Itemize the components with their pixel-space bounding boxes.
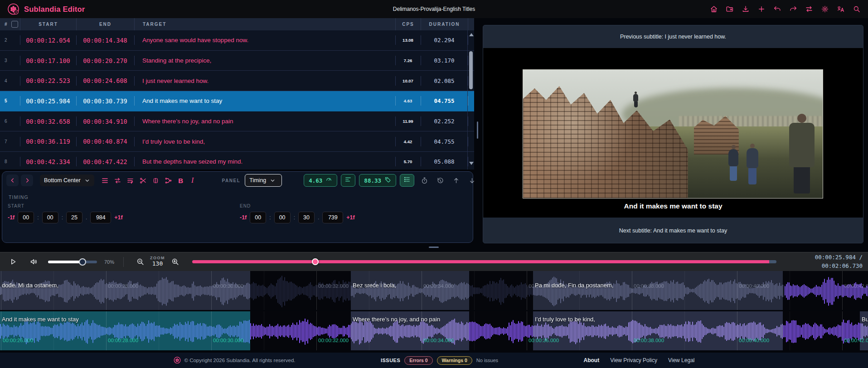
download-icon[interactable] bbox=[742, 5, 750, 13]
video-screen[interactable]: And it makes me want to stay bbox=[483, 48, 863, 218]
source-waveform-canvas[interactable] bbox=[0, 271, 868, 310]
start-time-cell[interactable]: 00:00:12.054 bbox=[20, 30, 76, 50]
volume-slider-knob[interactable] bbox=[79, 258, 86, 266]
cps-cell[interactable]: 10.07 bbox=[395, 71, 421, 91]
footer-link[interactable]: View Privacy Policy bbox=[610, 357, 657, 363]
start-time-cell[interactable]: 00:00:42.334 bbox=[20, 152, 76, 169]
row-index-cell[interactable]: 4 bbox=[0, 71, 20, 91]
search-icon[interactable] bbox=[853, 5, 861, 13]
unit-icon[interactable] bbox=[150, 174, 162, 186]
undo-icon[interactable] bbox=[773, 5, 781, 13]
align-text-button[interactable] bbox=[341, 174, 355, 187]
footer-link[interactable]: About bbox=[584, 357, 600, 363]
swap-icon[interactable] bbox=[112, 174, 124, 186]
table-scrollbar[interactable] bbox=[467, 30, 474, 169]
start-hours-input[interactable] bbox=[18, 212, 34, 223]
end-minus-frame-button[interactable]: -1f bbox=[240, 214, 247, 221]
row-index-cell[interactable]: 5 bbox=[0, 91, 20, 111]
arrow-up-icon[interactable] bbox=[450, 174, 462, 186]
end-column-header[interactable]: END bbox=[76, 18, 134, 30]
start-time-cell[interactable]: 00:00:32.658 bbox=[20, 111, 76, 131]
cps-column-header[interactable]: CPS bbox=[395, 18, 421, 30]
end-time-cell[interactable]: 00:00:14.348 bbox=[76, 30, 134, 50]
start-millis-input[interactable] bbox=[90, 212, 111, 223]
row-index-cell[interactable]: 7 bbox=[0, 131, 20, 151]
duration-cell[interactable]: 04.755 bbox=[421, 131, 468, 151]
target-text-cell[interactable]: Anyone sane would have stopped now. bbox=[134, 30, 395, 50]
seek-bar-knob[interactable] bbox=[312, 258, 319, 265]
home-icon[interactable] bbox=[710, 5, 718, 13]
volume-button[interactable] bbox=[26, 256, 41, 268]
split-icon[interactable] bbox=[162, 174, 175, 186]
row-index-cell[interactable]: 8 bbox=[0, 152, 20, 169]
subtitle-row[interactable]: 400:00:22.52300:00:24.608I just never le… bbox=[0, 71, 474, 91]
duration-cell[interactable]: 04.755 bbox=[421, 91, 468, 111]
italic-button[interactable]: I bbox=[187, 174, 199, 186]
duration-cell[interactable]: 02.252 bbox=[421, 111, 468, 131]
cps-cell[interactable]: 11.99 bbox=[395, 111, 421, 131]
subtitle-row[interactable]: 800:00:42.33400:00:47.422But the depths … bbox=[0, 152, 474, 169]
pane-resize-handle-horizontal[interactable] bbox=[429, 247, 439, 248]
end-time-cell[interactable]: 00:00:40.874 bbox=[76, 131, 134, 151]
target-text-cell[interactable]: I just never learned how. bbox=[134, 71, 395, 91]
volume-slider[interactable] bbox=[48, 261, 97, 263]
subtitle-row[interactable]: 500:00:25.98400:00:30.739And it makes me… bbox=[0, 91, 474, 111]
target-text-cell[interactable]: And it makes me want to stay bbox=[134, 91, 395, 111]
panel-select[interactable]: Timing bbox=[245, 174, 282, 187]
subtitle-row[interactable]: 700:00:36.11900:00:40.874I’d truly love … bbox=[0, 131, 474, 152]
bold-button[interactable]: B bbox=[175, 174, 187, 186]
history-icon[interactable] bbox=[434, 174, 446, 186]
scroll-down-arrow[interactable] bbox=[469, 162, 474, 165]
end-seconds-input[interactable] bbox=[298, 212, 315, 223]
cps-cell[interactable]: 5.70 bbox=[395, 152, 421, 169]
end-minutes-input[interactable] bbox=[274, 212, 291, 223]
scroll-up-arrow[interactable] bbox=[469, 33, 474, 36]
start-time-cell[interactable]: 00:00:36.119 bbox=[20, 131, 76, 151]
start-time-cell[interactable]: 00:00:17.100 bbox=[20, 51, 76, 71]
settings-icon[interactable] bbox=[821, 5, 829, 13]
play-button[interactable] bbox=[5, 256, 20, 268]
subtitle-row[interactable]: 600:00:32.65800:00:34.910Where there’s n… bbox=[0, 111, 474, 132]
start-time-cell[interactable]: 00:00:25.984 bbox=[20, 91, 76, 111]
transfer-icon[interactable] bbox=[805, 5, 813, 13]
seek-bar[interactable] bbox=[192, 260, 776, 263]
errors-badge[interactable]: Errors 0 bbox=[404, 356, 432, 365]
start-column-header[interactable]: START bbox=[20, 18, 76, 30]
footer-link[interactable]: View Legal bbox=[668, 357, 695, 363]
subtitle-row[interactable]: 300:00:17.10000:00:20.270Standing at the… bbox=[0, 51, 474, 71]
chevron-left-icon[interactable] bbox=[6, 174, 19, 186]
cps-indicator-badge[interactable]: 4.63 bbox=[304, 174, 337, 187]
score-indicator-badge[interactable]: 88.33 bbox=[359, 174, 396, 187]
duration-column-header[interactable]: DURATION bbox=[421, 18, 468, 30]
redo-icon[interactable] bbox=[789, 5, 797, 13]
arrow-down-icon[interactable] bbox=[466, 174, 478, 186]
checklist-button[interactable] bbox=[400, 174, 414, 187]
new-folder-icon[interactable] bbox=[726, 5, 734, 13]
subtitle-row[interactable]: 200:00:12.05400:00:14.348Anyone sane wou… bbox=[0, 30, 474, 51]
warnings-badge[interactable]: Warnings 0 bbox=[437, 356, 472, 365]
target-text-cell[interactable]: Where there’s no joy, and no pain bbox=[134, 111, 395, 131]
start-seconds-input[interactable] bbox=[66, 212, 82, 223]
row-index-cell[interactable]: 2 bbox=[0, 30, 20, 50]
start-minutes-input[interactable] bbox=[42, 212, 58, 223]
cps-cell[interactable]: 13.08 bbox=[395, 30, 421, 50]
wrap-text-icon[interactable] bbox=[124, 174, 137, 186]
pane-resize-handle-vertical[interactable] bbox=[477, 121, 478, 139]
zoom-out-button[interactable] bbox=[133, 256, 147, 268]
cps-cell[interactable]: 4.42 bbox=[395, 131, 421, 151]
end-time-cell[interactable]: 00:00:30.739 bbox=[76, 91, 134, 111]
duration-cell[interactable]: 03.170 bbox=[421, 51, 468, 71]
end-time-cell[interactable]: 00:00:24.608 bbox=[76, 71, 134, 91]
row-index-cell[interactable]: 6 bbox=[0, 111, 20, 131]
end-hours-input[interactable] bbox=[250, 212, 266, 223]
position-select[interactable]: Bottom Center bbox=[40, 174, 94, 186]
target-text-cell[interactable]: Standing at the precipice, bbox=[134, 51, 395, 71]
cps-cell[interactable]: 7.26 bbox=[395, 51, 421, 71]
start-time-cell[interactable]: 00:00:22.523 bbox=[20, 71, 76, 91]
zoom-in-button[interactable] bbox=[168, 256, 182, 268]
select-all-checkbox[interactable] bbox=[11, 21, 18, 28]
end-millis-input[interactable] bbox=[322, 212, 343, 223]
start-minus-frame-button[interactable]: -1f bbox=[8, 214, 15, 221]
duration-cell[interactable]: 02.294 bbox=[421, 30, 468, 50]
scissors-icon[interactable] bbox=[137, 174, 150, 186]
